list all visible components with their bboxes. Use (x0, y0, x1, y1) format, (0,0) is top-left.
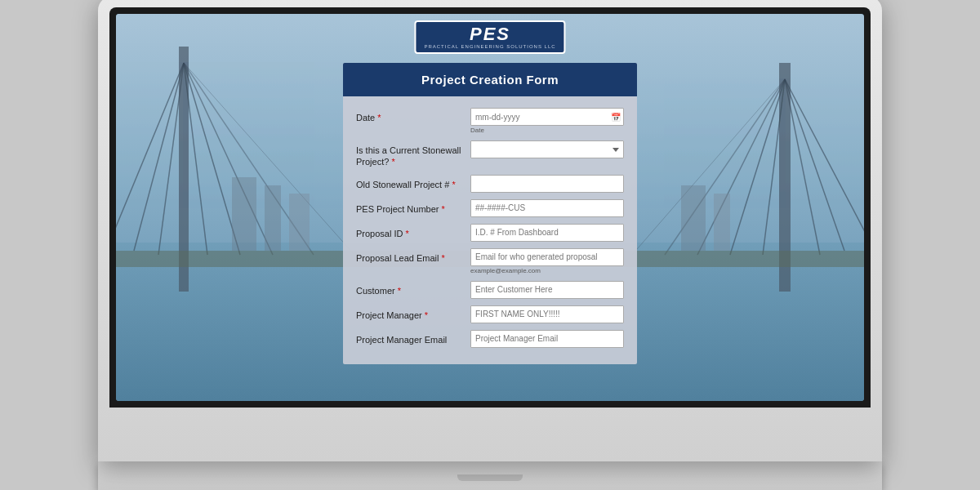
laptop-shell: PES PRACTICAL ENGINEERING SOLUTIONS LLC … (98, 0, 882, 461)
field-pes-number: PES Project Number * (356, 199, 624, 217)
svg-line-7 (184, 63, 207, 255)
svg-line-15 (763, 79, 785, 255)
label-proposal-id: Proposal ID * (356, 224, 470, 239)
label-pm-email: Project Manager Email (356, 330, 470, 345)
pm-control (470, 305, 624, 323)
form-body: Date * 📅 Date (343, 96, 637, 364)
pes-number-input[interactable] (470, 199, 624, 217)
field-date: Date * 📅 Date (356, 108, 624, 134)
label-old-stonewall: Old Stonewall Project # * (356, 175, 470, 190)
email-hint: example@example.com (470, 267, 624, 274)
date-hint: Date (470, 127, 624, 134)
screen-bezel: PES PRACTICAL ENGINEERING SOLUTIONS LLC … (109, 7, 871, 408)
stonewall-control: Yes No (470, 140, 624, 158)
required-indicator: * (391, 157, 394, 167)
screen: PES PRACTICAL ENGINEERING SOLUTIONS LLC … (116, 14, 864, 401)
svg-rect-3 (779, 63, 791, 292)
date-control: 📅 Date (470, 108, 624, 134)
svg-rect-2 (179, 47, 189, 292)
logo-box: PES PRACTICAL ENGINEERING SOLUTIONS LLC (414, 20, 565, 54)
svg-line-18 (665, 79, 785, 255)
logo-subtitle: PRACTICAL ENGINEERING SOLUTIONS LLC (424, 44, 555, 49)
svg-line-8 (184, 63, 240, 255)
svg-rect-24 (681, 185, 706, 251)
laptop-notch (457, 474, 523, 481)
customer-input[interactable] (470, 281, 624, 299)
required-indicator: * (442, 253, 445, 263)
field-old-stonewall: Old Stonewall Project # * (356, 175, 624, 193)
pes-number-control (470, 199, 624, 217)
form-title: Project Creation Form (343, 63, 637, 96)
svg-line-10 (184, 63, 314, 255)
svg-line-4 (116, 63, 184, 243)
label-proposal-email: Proposal Lead Email * (356, 248, 470, 264)
svg-line-6 (158, 63, 184, 255)
field-pm: Project Manager * (356, 305, 624, 323)
label-stonewall: Is this a Current Stonewall Project? * (356, 140, 470, 168)
svg-rect-22 (265, 185, 281, 251)
logo-text: PES (424, 25, 555, 43)
field-pm-email: Project Manager Email (356, 330, 624, 348)
customer-control (470, 281, 624, 299)
laptop-base (98, 461, 882, 490)
proposal-email-input[interactable] (470, 248, 624, 266)
svg-line-17 (697, 79, 785, 255)
label-date: Date * (356, 108, 470, 123)
field-customer: Customer * (356, 281, 624, 299)
stonewall-select[interactable]: Yes No (470, 140, 624, 158)
field-proposal-email: Proposal Lead Email * example@example.co… (356, 248, 624, 274)
svg-line-13 (785, 79, 844, 251)
pm-input[interactable] (470, 305, 624, 323)
required-indicator: * (377, 113, 381, 122)
svg-rect-23 (289, 194, 310, 251)
pm-email-input[interactable] (470, 330, 624, 348)
logo-area: PES PRACTICAL ENGINEERING SOLUTIONS LLC (414, 20, 565, 54)
svg-line-5 (134, 63, 184, 251)
svg-line-19 (632, 79, 785, 255)
required-indicator: * (442, 204, 445, 214)
svg-line-9 (184, 63, 273, 255)
required-indicator: * (452, 180, 455, 189)
svg-line-16 (730, 79, 785, 255)
pm-email-control (470, 330, 624, 348)
svg-line-11 (184, 63, 354, 255)
svg-line-12 (785, 79, 864, 243)
date-input[interactable] (470, 108, 624, 126)
proposal-id-input[interactable] (470, 224, 624, 242)
label-customer: Customer * (356, 281, 470, 296)
form-panel: Project Creation Form Date * (343, 63, 637, 364)
proposal-email-control: example@example.com (470, 248, 624, 274)
field-stonewall: Is this a Current Stonewall Project? * Y… (356, 140, 624, 168)
required-indicator: * (425, 310, 428, 320)
background: PES PRACTICAL ENGINEERING SOLUTIONS LLC … (116, 14, 864, 401)
field-proposal-id: Proposal ID * (356, 224, 624, 242)
old-stonewall-input[interactable] (470, 175, 624, 193)
svg-line-14 (785, 79, 820, 255)
label-pes-number: PES Project Number * (356, 199, 470, 215)
label-pm: Project Manager * (356, 305, 470, 321)
old-stonewall-control (470, 175, 624, 193)
required-indicator: * (398, 286, 401, 296)
required-indicator: * (406, 229, 409, 238)
svg-rect-25 (714, 194, 730, 251)
svg-rect-21 (232, 177, 256, 251)
proposal-id-control (470, 224, 624, 242)
